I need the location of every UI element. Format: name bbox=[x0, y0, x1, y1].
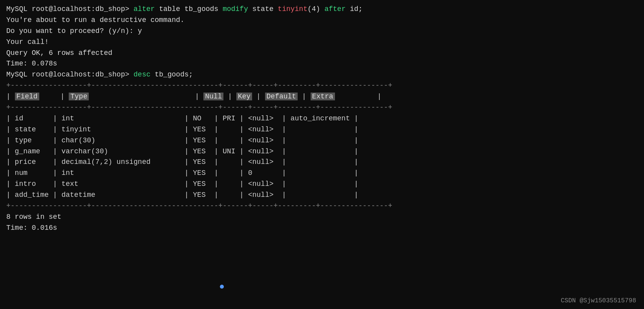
time-016: Time: 0.016s bbox=[6, 223, 638, 234]
watermark: CSDN @Sjw15035515798 bbox=[561, 297, 636, 304]
alter-command-line: MySQL root@localhost:db_shop> alter tabl… bbox=[6, 4, 638, 15]
table-row: | add_time | datetime | YES | | <null> |… bbox=[6, 190, 638, 201]
cursor-indicator bbox=[220, 285, 224, 289]
your-call: Your call! bbox=[6, 37, 638, 48]
proceed-prompt: Do you want to proceed? (y/n): y bbox=[6, 26, 638, 37]
rows-in-set: 8 rows in set bbox=[6, 212, 638, 223]
table-row: | id | int | NO | PRI | <null> | auto_in… bbox=[6, 113, 638, 124]
table-row: | g_name | varchar(30) | YES | UNI | <nu… bbox=[6, 146, 638, 157]
table-row: | num | int | YES | | 0 | | bbox=[6, 168, 638, 179]
table-header-separator: +------------------+--------------------… bbox=[6, 102, 638, 113]
destructive-warning: You're about to run a destructive comman… bbox=[6, 15, 638, 26]
table-header-row: | Field | Type | Null | Key | Default | … bbox=[6, 91, 638, 102]
desc-command-line: MySQL root@localhost:db_shop> desc tb_go… bbox=[6, 69, 638, 80]
table-row: | intro | text | YES | | <null> | | bbox=[6, 179, 638, 190]
time-078: Time: 0.078s bbox=[6, 58, 638, 69]
table-row: | price | decimal(7,2) unsigned | YES | … bbox=[6, 157, 638, 168]
table-row: | type | char(30) | YES | | <null> | | bbox=[6, 135, 638, 146]
table-top-border: +------------------+--------------------… bbox=[6, 80, 638, 91]
query-ok: Query OK, 6 rows affected bbox=[6, 48, 638, 59]
terminal: MySQL root@localhost:db_shop> alter tabl… bbox=[0, 0, 644, 238]
table-bottom-border: +------------------+--------------------… bbox=[6, 201, 638, 212]
table-row: | state | tinyint | YES | | <null> | | bbox=[6, 124, 638, 135]
